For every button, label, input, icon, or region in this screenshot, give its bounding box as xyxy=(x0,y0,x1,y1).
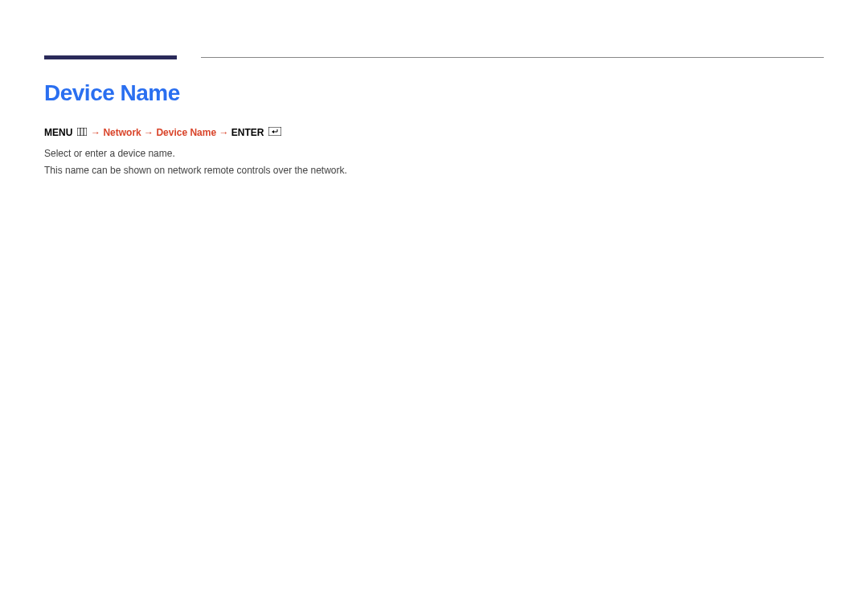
body-line-2: This name can be shown on network remote… xyxy=(44,162,824,178)
page-title: Device Name xyxy=(44,80,824,106)
breadcrumb-arrow-3: → xyxy=(219,127,228,138)
enter-icon xyxy=(268,125,281,141)
breadcrumb-path-device-name: Device Name xyxy=(156,127,216,138)
content-area: Device Name MENU → Network → Device Name… xyxy=(44,80,824,178)
body-line-1: Select or enter a device name. xyxy=(44,145,824,161)
breadcrumb: MENU → Network → Device Name → ENTER xyxy=(44,125,824,141)
breadcrumb-arrow-2: → xyxy=(144,127,154,138)
svg-rect-0 xyxy=(77,128,87,136)
header-rule-line xyxy=(201,57,824,58)
breadcrumb-arrow-1: → xyxy=(91,127,100,138)
header-rule-accent xyxy=(44,55,177,59)
breadcrumb-path-network: Network xyxy=(103,127,141,138)
breadcrumb-menu-label: MENU xyxy=(44,127,72,138)
breadcrumb-enter-label: ENTER xyxy=(231,127,264,138)
menu-icon xyxy=(77,125,87,141)
header-rule xyxy=(44,55,824,59)
